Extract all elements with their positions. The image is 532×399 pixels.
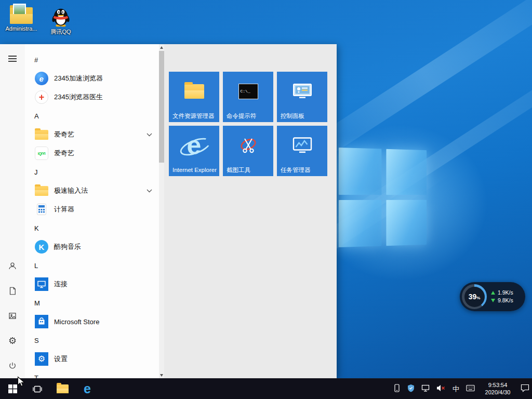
- app-list-header-hash[interactable]: #: [25, 50, 159, 69]
- app-list-item-2345-doctor[interactable]: + 2345浏览器医生: [25, 88, 159, 107]
- upload-arrow-icon: [491, 291, 495, 295]
- desktop-icon-label: Administra...: [4, 25, 38, 32]
- hamburger-icon: [8, 54, 17, 63]
- tile-snipping-tool[interactable]: 截图工具: [223, 126, 273, 176]
- 2345-doctor-icon: +: [35, 90, 48, 104]
- windows-logo-icon: [8, 384, 17, 393]
- tile-label: 命令提示符: [227, 113, 271, 119]
- tile-label: 任务管理器: [281, 167, 325, 174]
- app-list-group-iqiyi[interactable]: 爱奇艺: [25, 125, 159, 144]
- app-list-item-connect[interactable]: 连接: [25, 275, 159, 294]
- app-list-header-k[interactable]: K: [25, 219, 159, 237]
- edge-e-icon: e: [84, 382, 91, 395]
- app-label: 2345浏览器医生: [54, 92, 103, 102]
- scroll-down-arrow[interactable]: [159, 372, 164, 378]
- security-shield-icon[interactable]: [407, 384, 415, 394]
- folder-icon: [57, 384, 69, 393]
- header-label: K: [34, 224, 39, 232]
- app-list-item-2345-browser[interactable]: e 2345加速浏览器: [25, 69, 159, 88]
- start-menu-rail: ⚙: [0, 44, 25, 378]
- documents-button[interactable]: [0, 278, 25, 303]
- app-list-header-t[interactable]: T: [25, 368, 159, 378]
- chevron-down-icon[interactable]: [147, 189, 152, 193]
- task-view-button[interactable]: [25, 379, 50, 399]
- app-list-item-kugou[interactable]: K 酷狗音乐: [25, 237, 159, 256]
- header-label: T: [34, 374, 38, 379]
- start-button[interactable]: [0, 379, 25, 399]
- calculator-icon: [34, 202, 49, 217]
- windows-wallpaper-logo: [339, 148, 427, 247]
- settings-button[interactable]: ⚙: [0, 328, 25, 353]
- speed-percent-unit: %: [476, 296, 480, 300]
- app-list-header-j[interactable]: J: [25, 163, 159, 181]
- app-label: 2345加速浏览器: [54, 74, 103, 83]
- app-list-item-calculator[interactable]: 计算器: [25, 200, 159, 219]
- triangle-up-icon: [160, 46, 163, 49]
- desktop-icon-label: 腾讯QQ: [44, 29, 78, 35]
- network-speed-widget[interactable]: 39% 1.9K/s 9.8K/s: [460, 282, 525, 311]
- speed-percent: 39%: [464, 287, 485, 307]
- speed-percent-value: 39: [469, 292, 477, 301]
- volume-muted-icon[interactable]: [436, 384, 446, 394]
- tile-command-prompt[interactable]: C:\_ 命令提示符: [223, 72, 273, 122]
- administrator-folder-icon: [10, 7, 33, 24]
- scrollbar-thumb[interactable]: [159, 51, 164, 163]
- user-profile-button[interactable]: [0, 254, 25, 278]
- tile-control-panel[interactable]: 控制面板: [277, 72, 327, 122]
- usb-device-icon[interactable]: [393, 384, 401, 394]
- app-list-header-l[interactable]: L: [25, 256, 159, 275]
- folder-icon: [35, 186, 48, 196]
- pictures-button[interactable]: [0, 303, 25, 328]
- app-list-group-jisu-ime[interactable]: 极速输入法: [25, 181, 159, 200]
- app-list-scrollbar[interactable]: [159, 44, 164, 378]
- clock[interactable]: 9:53:54 2020/4/30: [482, 382, 514, 396]
- desktop-icon-administrator[interactable]: Administra...: [4, 4, 38, 32]
- gear-icon: ⚙: [8, 336, 17, 345]
- header-label: J: [34, 168, 38, 176]
- network-icon[interactable]: [421, 384, 430, 394]
- tile-task-manager[interactable]: 任务管理器: [277, 126, 327, 176]
- tile-label: Internet Explorer: [172, 167, 217, 174]
- connect-icon: [35, 277, 48, 291]
- speed-ring: 39%: [462, 284, 487, 309]
- start-menu: ⚙ # e 2345加速浏览器 + 2345浏览器医生 A 爱奇艺 iQIYI: [0, 44, 337, 378]
- desktop-icon-tencent-qq[interactable]: 腾讯QQ: [44, 4, 78, 35]
- taskbar: e 中 9:53:54 2020/4/30: [0, 378, 532, 399]
- ime-language-indicator[interactable]: 中: [453, 384, 459, 394]
- menu-hamburger-button[interactable]: [0, 46, 25, 71]
- triangle-down-icon: [160, 374, 163, 377]
- control-panel-icon: [279, 74, 325, 109]
- app-label: 酷狗音乐: [54, 242, 81, 251]
- taskbar-browser-button[interactable]: e: [75, 379, 100, 399]
- power-button[interactable]: [0, 353, 25, 378]
- qq-penguin-icon: [44, 4, 78, 27]
- app-list-item-settings[interactable]: ⚙ 设置: [25, 350, 159, 368]
- task-manager-icon: [279, 128, 325, 163]
- date-text: 2020/4/30: [482, 389, 514, 396]
- header-label: #: [34, 56, 38, 64]
- tile-label: 截图工具: [227, 167, 271, 174]
- store-icon: [35, 315, 48, 328]
- app-list-item-microsoft-store[interactable]: Microsoft Store: [25, 312, 159, 331]
- download-arrow-icon: [491, 299, 495, 302]
- header-label: S: [34, 337, 39, 344]
- header-label: A: [34, 112, 39, 120]
- action-center-icon[interactable]: [521, 384, 529, 394]
- tile-file-explorer[interactable]: 文件资源管理器: [169, 72, 219, 122]
- download-speed-value: 9.8K/s: [498, 297, 513, 304]
- download-speed-row: 9.8K/s: [491, 297, 513, 304]
- logo-pane: [386, 149, 427, 195]
- chevron-down-icon[interactable]: [147, 133, 152, 137]
- app-list-item-iqiyi[interactable]: iQIYI 爱奇艺: [25, 144, 159, 163]
- tile-internet-explorer[interactable]: e Internet Explorer: [169, 126, 219, 176]
- scroll-up-arrow[interactable]: [159, 44, 164, 50]
- taskbar-file-explorer-button[interactable]: [50, 379, 75, 399]
- tiles-area: 文件资源管理器 C:\_ 命令提示符: [164, 44, 337, 378]
- 2345-browser-icon: e: [35, 72, 48, 85]
- app-list-header-a[interactable]: A: [25, 107, 159, 125]
- system-tray: 中 9:53:54 2020/4/30: [393, 379, 532, 399]
- touch-keyboard-icon[interactable]: [466, 384, 475, 394]
- pictures-icon: [8, 311, 17, 321]
- app-list-header-s[interactable]: S: [25, 331, 159, 350]
- app-list-header-m[interactable]: M: [25, 294, 159, 312]
